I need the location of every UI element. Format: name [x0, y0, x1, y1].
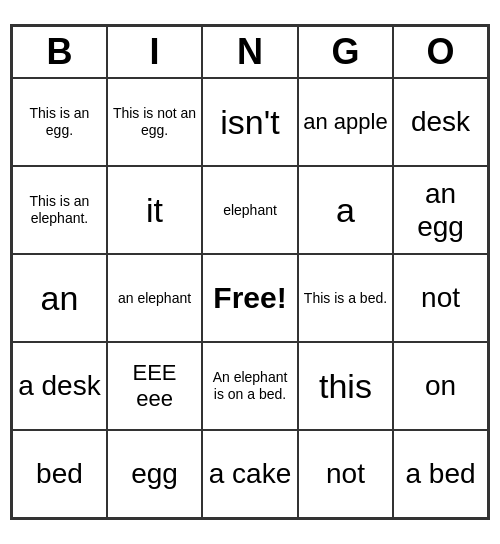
cell-text-4-0: bed — [17, 457, 102, 491]
bingo-cell-1-2: elephant — [202, 166, 298, 254]
cell-text-3-2: An elephant is on a bed. — [207, 369, 293, 403]
cell-text-0-2: isn't — [207, 102, 293, 143]
bingo-cell-0-3: an apple — [298, 78, 393, 166]
bingo-cell-2-0: an — [12, 254, 107, 342]
cell-text-2-0: an — [17, 278, 102, 319]
header-letter-N: N — [202, 26, 298, 79]
bingo-cell-1-1: it — [107, 166, 202, 254]
header-letter-I: I — [107, 26, 202, 79]
bingo-cell-3-2: An elephant is on a bed. — [202, 342, 298, 430]
bingo-cell-2-2: Free! — [202, 254, 298, 342]
cell-text-0-3: an apple — [303, 109, 388, 135]
bingo-cell-3-4: on — [393, 342, 488, 430]
bingo-cell-3-3: this — [298, 342, 393, 430]
cell-text-4-1: egg — [112, 457, 197, 491]
cell-text-0-0: This is an egg. — [17, 105, 102, 139]
cell-text-3-0: a desk — [17, 369, 102, 403]
cell-text-3-1: EEE eee — [112, 360, 197, 413]
bingo-cell-4-0: bed — [12, 430, 107, 518]
bingo-cell-2-3: This is a bed. — [298, 254, 393, 342]
cell-text-0-1: This is not an egg. — [112, 105, 197, 139]
bingo-cell-3-0: a desk — [12, 342, 107, 430]
cell-text-2-4: not — [398, 281, 483, 315]
bingo-row-1: This is an elephant.itelephantaan egg — [12, 166, 489, 254]
bingo-row-0: This is an egg.This is not an egg.isn'ta… — [12, 78, 489, 166]
bingo-cell-4-1: egg — [107, 430, 202, 518]
header-letter-B: B — [12, 26, 107, 79]
cell-text-1-4: an egg — [398, 177, 483, 244]
bingo-row-2: anan elephantFree!This is a bed.not — [12, 254, 489, 342]
cell-text-2-3: This is a bed. — [303, 290, 388, 307]
bingo-row-3: a deskEEE eeeAn elephant is on a bed.thi… — [12, 342, 489, 430]
bingo-cell-4-2: a cake — [202, 430, 298, 518]
cell-text-4-2: a cake — [207, 457, 293, 491]
bingo-row-4: bedegga cakenota bed — [12, 430, 489, 518]
header-letter-O: O — [393, 26, 488, 79]
bingo-cell-1-3: a — [298, 166, 393, 254]
cell-text-3-4: on — [398, 369, 483, 403]
cell-text-1-2: elephant — [207, 202, 293, 219]
bingo-card: BINGO This is an egg.This is not an egg.… — [10, 24, 490, 520]
header-letter-G: G — [298, 26, 393, 79]
cell-text-2-2: Free! — [207, 280, 293, 316]
cell-text-4-3: not — [303, 457, 388, 491]
bingo-cell-2-1: an elephant — [107, 254, 202, 342]
cell-text-1-1: it — [112, 190, 197, 231]
bingo-cell-4-3: not — [298, 430, 393, 518]
bingo-cell-2-4: not — [393, 254, 488, 342]
bingo-cell-0-0: This is an egg. — [12, 78, 107, 166]
cell-text-2-1: an elephant — [112, 290, 197, 307]
bingo-cell-0-1: This is not an egg. — [107, 78, 202, 166]
cell-text-3-3: this — [303, 366, 388, 407]
cell-text-4-4: a bed — [398, 457, 483, 491]
bingo-cell-1-4: an egg — [393, 166, 488, 254]
bingo-cell-0-2: isn't — [202, 78, 298, 166]
bingo-cell-3-1: EEE eee — [107, 342, 202, 430]
cell-text-1-0: This is an elephant. — [17, 193, 102, 227]
cell-text-0-4: desk — [398, 105, 483, 139]
bingo-header-row: BINGO — [12, 26, 489, 79]
bingo-cell-1-0: This is an elephant. — [12, 166, 107, 254]
cell-text-1-3: a — [303, 190, 388, 231]
bingo-cell-0-4: desk — [393, 78, 488, 166]
bingo-cell-4-4: a bed — [393, 430, 488, 518]
